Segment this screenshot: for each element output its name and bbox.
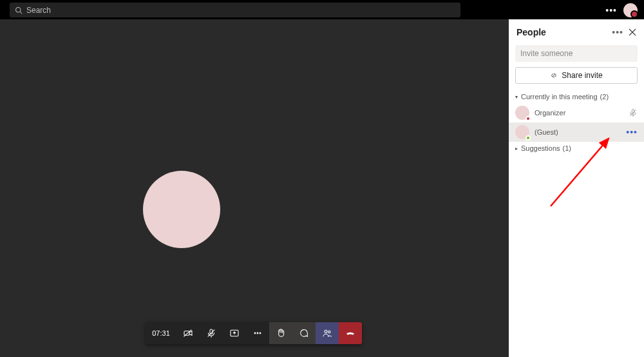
hang-up-icon [345,328,355,338]
search-input[interactable]: Search [10,3,460,17]
share-invite-label: Share invite [562,71,602,80]
svg-point-8 [254,333,256,334]
section-current-count: (2) [600,93,609,101]
svg-point-0 [16,7,21,12]
camera-toggle-button[interactable] [176,322,200,344]
people-button[interactable] [316,322,339,344]
panel-title: People [516,27,612,37]
section-suggestions-label: Suggestions [521,144,560,152]
share-invite-button[interactable]: Share invite [515,67,638,84]
svg-point-10 [260,333,261,334]
hand-icon [276,328,286,338]
participant-label: (Guest) [535,128,626,136]
call-toolbar: 07:31 [146,322,362,344]
participant-row[interactable]: (Guest) ••• [509,122,644,142]
mic-muted-icon [629,108,638,117]
more-actions-button[interactable] [246,322,269,344]
invite-input[interactable]: Invite someone [515,45,638,62]
participant-avatar-large [143,171,220,248]
section-current[interactable]: ▾ Currently in this meeting (2) [509,90,644,103]
search-icon [15,6,23,14]
app-more-button[interactable]: ••• [605,5,617,15]
section-current-label: Currently in this meeting [521,93,598,101]
ellipsis-icon [252,328,263,338]
link-icon [550,72,558,79]
raise-hand-button[interactable] [269,322,292,344]
mic-off-icon [206,328,216,338]
share-screen-icon [229,328,240,338]
call-timer: 07:31 [146,322,176,344]
panel-header: People ••• [509,19,644,45]
section-suggestions[interactable]: ▸ Suggestions (1) [509,142,644,155]
presence-available-icon [526,135,531,140]
chat-button[interactable] [292,322,316,344]
participant-label: Organizer [535,109,629,117]
participant-row[interactable]: Organizer [509,103,644,122]
hang-up-button[interactable] [339,322,362,344]
section-suggestions-count: (1) [563,144,571,152]
camera-off-icon [183,328,193,338]
people-icon [322,328,332,338]
svg-point-11 [325,330,327,333]
mic-toggle-button[interactable] [200,322,223,344]
participant-avatar [515,125,529,139]
chevron-down-icon: ▾ [515,94,518,100]
invite-placeholder: Invite someone [520,49,573,58]
participant-more-button[interactable]: ••• [626,127,638,137]
svg-point-12 [328,331,330,333]
svg-line-1 [20,12,22,14]
chat-icon [299,328,309,338]
meeting-stage: 07:31 [0,19,509,357]
panel-close-button[interactable] [629,28,636,36]
svg-point-9 [257,333,258,334]
current-user-avatar[interactable] [623,3,638,17]
search-placeholder: Search [26,6,51,15]
presence-busy-icon [526,116,531,121]
svg-rect-2 [184,331,189,336]
chevron-right-icon: ▸ [515,146,518,151]
share-screen-button[interactable] [223,322,246,344]
people-panel: People ••• Invite someone Share invite ▾… [509,19,644,357]
top-bar: Search ••• [0,0,644,19]
panel-more-button[interactable]: ••• [612,27,623,37]
participant-avatar [515,106,529,120]
